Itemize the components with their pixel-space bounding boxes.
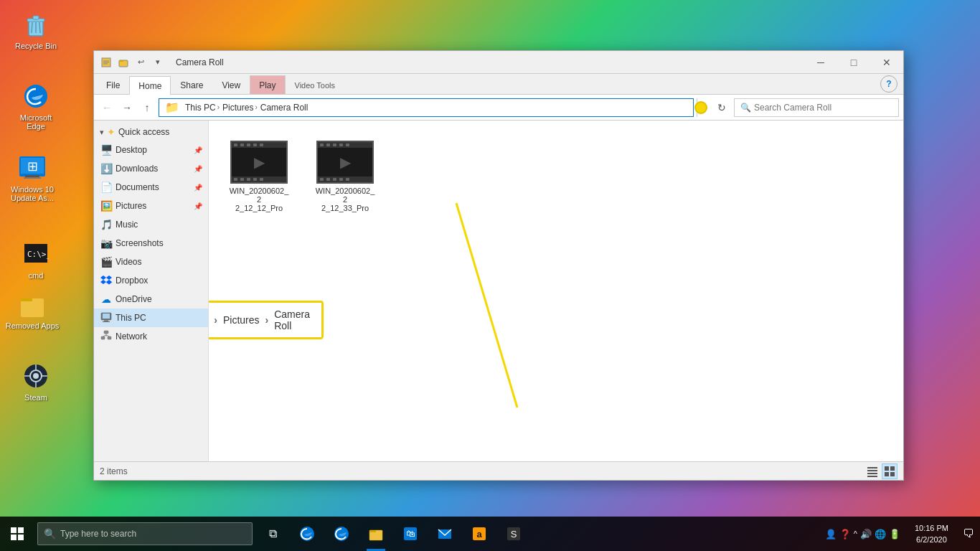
desktop-icon-removed-apps[interactable]: Removed Apps [0, 287, 65, 333]
taskbar-explorer-button[interactable] [359, 517, 393, 551]
svg-point-18 [33, 373, 39, 379]
downloads-si-icon: ⬇️ [100, 163, 113, 174]
screenshots-si-icon: 📷 [100, 237, 113, 249]
taskbar-sketchbook-button[interactable]: S [496, 517, 531, 551]
svg-rect-43 [890, 472, 895, 476]
svg-rect-36 [867, 467, 877, 468]
start-button[interactable] [0, 517, 34, 551]
taskbar-caret-icon[interactable]: ^ [854, 529, 857, 538]
svg-rect-38 [867, 473, 877, 474]
taskbar-explorer-icon [368, 526, 384, 542]
sidebar-item-dropbox[interactable]: Dropbox [94, 271, 208, 290]
svg-text:a: a [476, 529, 482, 540]
large-icons-view-btn[interactable] [882, 463, 897, 479]
removed-apps-label: Removed Apps [6, 321, 60, 330]
taskbar-clock[interactable]: 10:16 PM 6/2/2020 [906, 517, 957, 551]
taskbar: 🔍 Type here to search ⧉ [0, 517, 980, 551]
svg-text:S: S [511, 529, 517, 540]
quick-access-label: Quick access [118, 127, 169, 137]
tab-home[interactable]: Home [129, 76, 171, 95]
desktop-icon-windows-update[interactable]: ⊞ Windows 10 Update As... [0, 151, 65, 205]
annotation-pictures: Pictures [223, 314, 260, 326]
sidebar-item-pictures[interactable]: 🖼️ Pictures 📌 [94, 197, 208, 215]
svg-line-33 [103, 335, 107, 336]
desktop-icon-cmd[interactable]: C:\>_ cmd [7, 237, 65, 283]
taskbar-store-button[interactable]: 🛍 [393, 517, 428, 551]
taskbar-search-icon: 🔍 [44, 528, 56, 540]
pictures-pin-icon: 📌 [194, 202, 202, 210]
sidebar-item-quick-access[interactable]: ▾ ✦ Quick access [94, 123, 208, 141]
tab-share[interactable]: Share [171, 75, 212, 94]
qa-new-folder-btn[interactable] [116, 55, 131, 70]
svg-line-34 [106, 335, 110, 336]
address-bar[interactable]: 📁 This PC › Pictures › Camera Roll [159, 98, 694, 117]
qa-undo-btn[interactable]: ↩ [133, 55, 149, 70]
svg-rect-40 [885, 466, 889, 471]
maximize-button[interactable]: □ [837, 51, 870, 74]
sidebar-screenshots-label: Screenshots [116, 238, 164, 248]
back-button[interactable]: ← [98, 99, 116, 116]
taskbar-person-icon[interactable]: 👤 [825, 529, 837, 540]
recycle-bin-label: Recycle Bin [15, 42, 57, 50]
sidebar-item-downloads[interactable]: ⬇️ Downloads 📌 [94, 159, 208, 178]
file-item-1[interactable]: ▶ WIN_20200602_22_12_12_Pro [223, 135, 295, 218]
details-view-btn[interactable] [864, 463, 880, 479]
notification-button[interactable]: 🗨 [957, 517, 980, 551]
svg-rect-39 [867, 476, 877, 477]
desktop-icon-edge[interactable]: Microsoft Edge [7, 79, 65, 133]
taskbar-search-placeholder: Type here to search [60, 529, 136, 539]
svg-rect-42 [885, 472, 889, 476]
refresh-button[interactable]: ↻ [712, 98, 731, 117]
qa-properties-btn[interactable] [98, 55, 114, 70]
qa-dropdown-btn[interactable]: ▾ [150, 55, 166, 70]
taskbar-search[interactable]: 🔍 Type here to search [37, 522, 253, 545]
steam-icon [22, 362, 50, 390]
close-button[interactable]: ✕ [870, 51, 903, 74]
taskbar-help-icon[interactable]: ❓ [839, 529, 851, 540]
edge-label: Microsoft Edge [10, 113, 62, 131]
tab-play[interactable]: Play [250, 75, 285, 94]
svg-line-35 [456, 203, 517, 408]
taskbar-mail-icon [437, 526, 453, 542]
documents-pin-icon: 📌 [194, 184, 202, 192]
taskbar-edge-button[interactable] [290, 517, 324, 551]
taskbar-network-icon[interactable]: 🌐 [875, 529, 886, 540]
sidebar-item-music[interactable]: 🎵 Music [94, 215, 208, 234]
desktop-icon-recycle-bin[interactable]: Recycle Bin [7, 7, 65, 53]
search-box[interactable]: 🔍 [734, 98, 899, 117]
sidebar-item-onedrive[interactable]: ☁ OneDrive [94, 290, 208, 309]
taskbar-mail-button[interactable] [428, 517, 462, 551]
tab-file[interactable]: File [97, 75, 129, 94]
taskbar-sketchbook-icon: S [506, 526, 522, 542]
ribbon: File Home Share View Play Video Tools ? [94, 74, 903, 95]
sidebar-item-desktop[interactable]: 🖥️ Desktop 📌 [94, 141, 208, 159]
desktop-icon-steam[interactable]: Steam [7, 359, 65, 405]
sidebar-item-this-pc[interactable]: This PC [94, 309, 208, 327]
tab-view[interactable]: View [212, 75, 250, 94]
sidebar-item-network[interactable]: Network [94, 327, 208, 346]
minimize-button[interactable]: ─ [804, 51, 837, 74]
up-button[interactable]: ↑ [138, 99, 156, 116]
taskbar-battery-icon[interactable]: 🔋 [889, 529, 900, 540]
notification-icon: 🗨 [963, 527, 974, 540]
sidebar-pictures-label: Pictures [116, 201, 146, 211]
sidebar-item-screenshots[interactable]: 📷 Screenshots [94, 234, 208, 253]
taskbar-amazon-button[interactable]: a [462, 517, 496, 551]
taskbar-edge2-icon [334, 526, 349, 542]
search-input[interactable] [754, 103, 892, 113]
tab-video-tools[interactable]: Video Tools [286, 75, 344, 94]
svg-rect-47 [369, 530, 376, 532]
file-item-2[interactable]: ▶ WIN_20200602_22_12_33_Pro [309, 135, 381, 218]
svg-text:🛍: 🛍 [406, 528, 415, 539]
breadcrumb-segment-cameraroll: Camera Roll [260, 103, 308, 113]
videos-si-icon: 🎬 [100, 256, 113, 268]
sidebar-item-videos[interactable]: 🎬 Videos [94, 253, 208, 271]
taskbar-amazon-icon: a [471, 526, 487, 542]
help-button[interactable]: ? [880, 75, 897, 93]
forward-button[interactable]: → [118, 99, 136, 116]
taskbar-sys-icons: 👤 ❓ ^ 🔊 🌐 🔋 [819, 529, 906, 540]
task-view-button[interactable]: ⧉ [255, 517, 290, 551]
taskbar-volume-icon[interactable]: 🔊 [860, 529, 872, 540]
taskbar-edge2-button[interactable] [324, 517, 359, 551]
sidebar-item-documents[interactable]: 📄 Documents 📌 [94, 178, 208, 197]
